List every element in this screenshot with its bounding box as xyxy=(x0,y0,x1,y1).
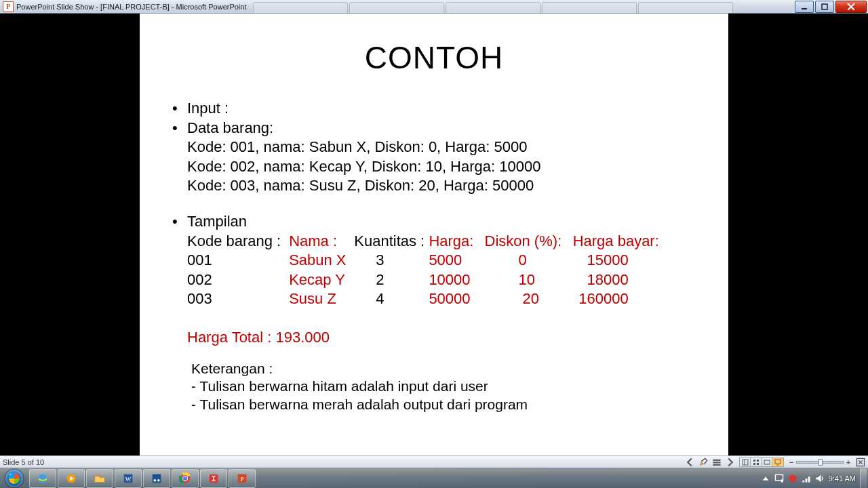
svg-rect-5 xyxy=(713,462,720,463)
zoom-out-icon[interactable]: − xyxy=(788,458,795,466)
taskbar: W P 9:41 AM xyxy=(0,468,868,488)
taskbar-chrome[interactable] xyxy=(172,469,199,488)
prev-slide-icon[interactable] xyxy=(685,458,694,467)
zoom-slider[interactable]: − + xyxy=(788,458,852,466)
sorter-view-icon[interactable] xyxy=(751,458,762,466)
slide-counter: Slide 5 of 10 xyxy=(3,458,44,466)
taskbar-powerpoint[interactable]: P xyxy=(229,469,256,488)
table-header-row: Kode barang : Nama : Kuantitas : Harga: … xyxy=(187,232,705,251)
col-bayar: Harga bayar: xyxy=(573,232,659,251)
bullet-input: Input : xyxy=(187,99,705,119)
data-line: Kode: 003, nama: Susu Z, Diskon: 20, Har… xyxy=(187,176,705,196)
taskbar-ie[interactable] xyxy=(29,469,56,488)
window-titlebar: P PowerPoint Slide Show - [FINAL PROJECT… xyxy=(0,0,868,14)
taskbar-word[interactable]: W xyxy=(115,469,142,488)
svg-text:W: W xyxy=(125,475,132,482)
svg-rect-14 xyxy=(775,460,781,464)
taskbar-wmp[interactable] xyxy=(58,469,85,488)
bullet-data-barang: Data barang: xyxy=(187,119,705,138)
taskbar-app-blue[interactable] xyxy=(143,469,170,488)
svg-rect-36 xyxy=(805,479,807,483)
status-bar: Slide 5 of 10 − + xyxy=(0,455,868,468)
svg-text:P: P xyxy=(240,475,243,482)
svg-rect-10 xyxy=(757,460,759,462)
zoom-in-icon[interactable]: + xyxy=(845,458,852,466)
volume-icon[interactable] xyxy=(815,474,825,483)
keterangan-line: - Tulisan berwarna hitam adalah input da… xyxy=(191,378,705,396)
col-qty: Kuantitas : xyxy=(354,232,425,251)
svg-rect-1 xyxy=(822,4,827,9)
tray-arrow-icon[interactable] xyxy=(761,474,770,483)
svg-point-23 xyxy=(154,479,157,481)
svg-rect-37 xyxy=(808,476,810,482)
svg-point-28 xyxy=(182,476,187,481)
svg-rect-13 xyxy=(764,460,770,464)
table-row: 002 Kecap Y 2 10000 10 18000 xyxy=(187,270,705,290)
maximize-button[interactable] xyxy=(815,1,834,13)
tray-app-icon[interactable] xyxy=(788,474,797,483)
next-slide-icon[interactable] xyxy=(726,458,735,467)
svg-rect-4 xyxy=(713,459,720,460)
svg-rect-12 xyxy=(757,463,759,465)
harga-total: Harga Total : 193.000 xyxy=(163,328,705,348)
slideshow-view-icon[interactable] xyxy=(772,458,783,466)
normal-view-icon[interactable] xyxy=(740,458,751,466)
action-center-icon[interactable] xyxy=(774,474,784,483)
svg-rect-7 xyxy=(743,460,748,465)
start-button[interactable] xyxy=(0,468,28,489)
keterangan-line: - Tulisan berwarna merah adalah output d… xyxy=(191,396,705,414)
data-line: Kode: 002, nama: Kecap Y, Diskon: 10, Ha… xyxy=(187,157,705,177)
taskbar-app-red[interactable] xyxy=(200,469,227,488)
col-harga: Harga: xyxy=(429,232,480,251)
col-kode: Kode barang : xyxy=(187,232,285,251)
data-barang-lines: Kode: 001, nama: Sabun X, Diskon: 0, Har… xyxy=(163,138,705,196)
background-window-tabs xyxy=(253,0,795,13)
table-row: 003 Susu Z 4 50000 20 160000 xyxy=(187,289,705,309)
system-tray: 9:41 AM xyxy=(757,468,868,489)
slide-title: CONTOH xyxy=(163,39,705,76)
slideshow-stage[interactable]: CONTOH Input : Data barang: Kode: 001, n… xyxy=(0,14,868,455)
window-title: PowerPoint Slide Show - [FINAL PROJECT-B… xyxy=(16,3,246,11)
windows-orb-icon xyxy=(5,470,23,487)
pen-icon[interactable] xyxy=(698,458,708,467)
network-icon[interactable] xyxy=(802,474,811,483)
close-button[interactable] xyxy=(835,1,867,13)
powerpoint-icon: P xyxy=(3,1,14,12)
bullet-tampilan: Tampilan xyxy=(187,212,705,232)
svg-point-34 xyxy=(789,474,796,482)
show-desktop-button[interactable] xyxy=(860,468,867,489)
taskbar-explorer[interactable] xyxy=(86,469,113,488)
data-line: Kode: 001, nama: Sabun X, Diskon: 0, Har… xyxy=(187,138,705,157)
svg-rect-22 xyxy=(153,474,161,483)
svg-rect-35 xyxy=(802,480,804,482)
svg-rect-6 xyxy=(713,464,720,465)
reading-view-icon[interactable] xyxy=(762,458,772,466)
col-diskon: Diskon (%): xyxy=(485,232,569,251)
table-row: 001 Sabun X 3 5000 0 15000 xyxy=(187,251,705,270)
fit-window-icon[interactable] xyxy=(856,458,865,467)
minimize-button[interactable] xyxy=(795,1,814,13)
svg-rect-9 xyxy=(753,460,755,462)
col-nama: Nama : xyxy=(289,232,350,251)
svg-rect-33 xyxy=(781,479,783,482)
svg-point-24 xyxy=(157,479,160,481)
menu-icon[interactable] xyxy=(712,458,722,467)
svg-rect-11 xyxy=(753,463,755,465)
svg-point-17 xyxy=(39,474,47,483)
tray-clock[interactable]: 9:41 AM xyxy=(829,474,856,483)
slide: CONTOH Input : Data barang: Kode: 001, n… xyxy=(140,14,728,455)
keterangan-heading: Keterangan : xyxy=(191,360,705,378)
view-buttons[interactable] xyxy=(739,458,784,467)
